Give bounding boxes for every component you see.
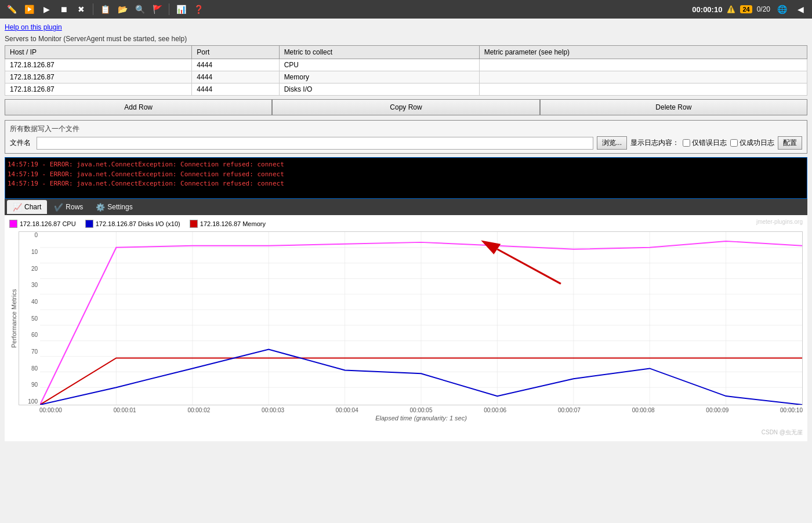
error-log-line: 14:57:19 - ERROR: java.net.ConnectExcept… [8,170,804,180]
x-tick: 00:00:03 [262,407,284,413]
y-tick: 50 [19,315,38,322]
table-cell-port: 4444 [192,71,279,83]
file-section-title: 所有数据写入一个文件 [10,124,802,134]
table-cell-param [479,83,807,96]
add-row-button[interactable]: Add Row [5,99,272,115]
table-row[interactable]: 172.18.126.874444Disks I/O [5,83,807,96]
timer-display: 00:00:10 [692,5,722,14]
toolbar-icon-globe[interactable]: 🌐 [775,2,789,16]
y-tick: 90 [19,382,38,388]
toolbar-icon-edit[interactable]: ✏️ [5,2,19,16]
csdn-watermark: CSDN @虫无崖 [762,428,803,437]
help-link[interactable]: Help on this plugin [5,23,807,31]
legend-item: 172.18.126.87 Memory [190,220,266,228]
toolbar-icon-paste[interactable]: 📂 [115,2,129,16]
chart-tab-icon: 📈 [13,202,22,212]
success-only-checkbox[interactable]: 仅成功日志 [730,138,774,148]
action-buttons: Add Row Copy Row Delete Row [5,99,807,115]
x-tick: 00:00:08 [632,407,655,413]
toolbar-icon-stop2[interactable]: ✖ [74,2,88,16]
tab-chart[interactable]: 📈Chart [7,200,47,214]
table-row[interactable]: 172.18.126.874444Memory [5,71,807,83]
table-cell-param [479,59,807,71]
tab-rows[interactable]: ✔️Rows [48,200,89,214]
x-axis-label: Elapsed time (granularity: 1 sec) [9,415,803,422]
config-button[interactable]: 配置 [778,136,802,150]
tab-bar: 📈Chart✔️Rows⚙️Settings [5,199,807,215]
settings-tab-icon: ⚙️ [96,202,105,212]
table-cell-metric: CPU [279,59,479,71]
success-only-label: 仅成功日志 [740,138,774,148]
toolbar: ✏️ ▶️ ▶ ⏹ ✖ 📋 📂 🔍 🚩 📊 ❓ 00:00:10 ⚠️ 24 0… [0,0,812,19]
file-label: 文件名 [10,138,33,148]
y-tick: 0 [19,232,38,238]
error-log-line: 14:57:19 - ERROR: java.net.ConnectExcept… [8,160,804,170]
toolbar-icon-back[interactable]: ◀ [793,2,807,16]
legend-label: 172.18.126.87 CPU [20,220,76,227]
settings-tab-label: Settings [107,203,132,211]
toolbar-icon-help[interactable]: ❓ [191,2,205,16]
chart-watermark: jmeter-plugins.org [756,219,803,225]
y-axis-label: Performance Metrics [9,231,19,405]
y-tick: 30 [19,282,38,288]
error-log-line: 14:57:19 - ERROR: java.net.ConnectExcept… [8,179,804,189]
col-metric: Metric to collect [279,46,479,59]
delete-row-button[interactable]: Delete Row [540,99,807,115]
col-param: Metric parameter (see help) [479,46,807,59]
table-cell-port: 4444 [192,59,279,71]
chart-svg-area [40,232,802,405]
main-content: Help on this plugin Servers to Monitor (… [0,19,812,446]
browse-button[interactable]: 浏览... [597,136,627,150]
y-ticks: 1009080706050403020100 [19,232,40,405]
y-tick: 100 [19,398,38,405]
toolbar-right: 00:00:10 ⚠️ 24 0/20 🌐 ◀ [692,2,807,16]
x-tick: 00:00:02 [187,407,210,413]
table-row[interactable]: 172.18.126.874444CPU [5,59,807,71]
log-label: 显示日志内容： [630,138,679,148]
toolbar-icon-search[interactable]: 🔍 [133,2,147,16]
toolbar-icon-stop[interactable]: ⏹ [57,2,71,16]
x-tick: 00:00:07 [558,407,581,413]
tab-settings[interactable]: ⚙️Settings [90,200,138,214]
toolbar-sep2 [169,3,169,15]
x-tick: 00:00:06 [484,407,506,413]
table-cell-metric: Memory [279,71,479,83]
legend-label: 172.18.126.87 Memory [200,220,266,227]
col-port: Port [192,46,279,59]
x-tick: 00:00:05 [410,407,433,413]
legend-label: 172.18.126.87 Disks I/O (x10) [96,220,180,227]
chart-container: jmeter-plugins.org 172.18.126.87 CPU172.… [5,215,807,441]
rows-tab-label: Rows [66,203,83,211]
x-tick: 00:00:10 [780,407,803,413]
table-cell-param [479,71,807,83]
y-tick: 80 [19,365,38,372]
errors-only-checkbox[interactable]: 仅错误日志 [683,138,727,148]
legend-color-box [190,220,198,228]
toolbar-icon-run2[interactable]: ▶ [39,2,53,16]
x-tick: 00:00:00 [39,407,62,413]
rows-tab-icon: ✔️ [54,202,63,212]
chart-inner: 1009080706050403020100 [19,231,803,405]
servers-table: Host / IP Port Metric to collect Metric … [5,45,807,96]
legend-color-box [85,220,93,228]
toolbar-sep1 [93,3,93,15]
toolbar-icon-copy[interactable]: 📋 [98,2,112,16]
warning-badge: 24 [740,5,752,13]
table-cell-host: 172.18.126.87 [5,83,192,96]
chart-legend: 172.18.126.87 CPU172.18.126.87 Disks I/O… [9,220,803,228]
warning-icon: ⚠️ [727,5,735,13]
toolbar-icon-run[interactable]: ▶️ [22,2,36,16]
x-tick: 00:00:04 [336,407,358,413]
y-tick: 10 [19,249,38,255]
legend-color-box [9,220,17,228]
legend-item: 172.18.126.87 Disks I/O (x10) [85,220,180,228]
y-tick: 20 [19,266,38,272]
copy-row-button[interactable]: Copy Row [272,99,539,115]
x-tick: 00:00:09 [706,407,728,413]
x-axis: 00:00:0000:00:0100:00:0200:00:0300:00:04… [9,407,803,413]
x-tick: 00:00:01 [114,407,136,413]
error-log: 14:57:19 - ERROR: java.net.ConnectExcept… [5,157,807,199]
file-input[interactable] [37,137,593,150]
toolbar-icon-list[interactable]: 📊 [174,2,188,16]
toolbar-icon-flag[interactable]: 🚩 [150,2,164,16]
